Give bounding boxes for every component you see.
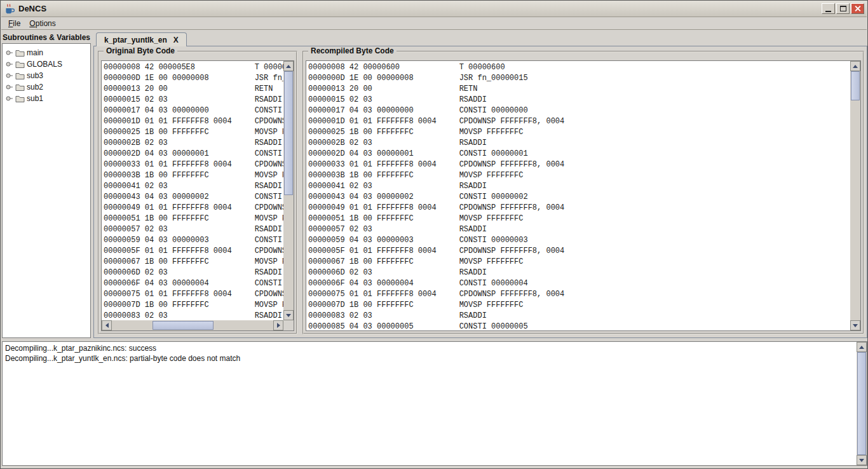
recompiled-panel-title: Recompiled Byte Code <box>308 46 397 55</box>
title-bar[interactable]: DeNCS <box>1 1 867 17</box>
menu-options[interactable]: Options <box>25 18 60 29</box>
original-vertical-scrollbar[interactable] <box>283 61 294 320</box>
recompiled-vertical-scrollbar[interactable] <box>850 61 860 330</box>
bytecode-line: 0000000D 1E 00 00000008 JSR fn_00000015 <box>104 73 283 84</box>
bytecode-line: 00000075 01 01 FFFFFFF8 0004 CPDOWNSP FF… <box>308 289 850 300</box>
recompiled-bytecode-panel: Recompiled Byte Code 00000008 42 0000060… <box>302 51 864 334</box>
folder-icon <box>15 72 25 79</box>
bytecode-line: 00000067 1B 00 FFFFFFFC MOVSP FFFFFFFC <box>308 257 850 268</box>
log-line: Decompiling...k_ptar_yuntlk_en.ncs: part… <box>5 354 857 364</box>
bytecode-line: 00000049 01 01 FFFFFFF8 0004 CPDOWNSP FF… <box>308 203 850 214</box>
bytecode-line: 00000041 02 03 RSADDI <box>308 181 850 192</box>
arrow-left-icon <box>105 323 109 328</box>
maximize-button[interactable] <box>836 3 850 14</box>
bytecode-line: 00000075 01 01 FFFFFFF8 0004 CPDOWNSP FF… <box>104 289 283 300</box>
bytecode-line: 0000000D 1E 00 00000008 JSR fn_00000015 <box>308 73 850 84</box>
bytecode-line: 0000002D 04 03 00000001 CONSTI 00000001 <box>104 149 283 160</box>
tab-close-icon[interactable]: X <box>173 36 179 44</box>
scroll-up-button[interactable] <box>283 61 294 71</box>
bytecode-line: 00000013 20 00 RETN <box>104 84 283 95</box>
bytecode-line: 00000008 42 000005E8 T 000005E8 <box>104 62 283 73</box>
sidebar-title: Subroutines & Variables <box>3 33 90 42</box>
scroll-down-button[interactable] <box>857 455 867 465</box>
bytecode-line: 0000005F 01 01 FFFFFFF8 0004 CPDOWNSP FF… <box>104 246 283 257</box>
bytecode-line: 0000002D 04 03 00000001 CONSTI 00000001 <box>308 149 850 160</box>
vertical-scroll-thumb[interactable] <box>284 71 293 195</box>
scroll-up-button[interactable] <box>857 342 867 352</box>
window-title: DeNCS <box>18 4 46 13</box>
bytecode-line: 00000033 01 01 FFFFFFF8 0004 CPDOWNSP FF… <box>104 160 283 170</box>
arrow-up-icon <box>859 346 864 349</box>
original-bytecode-list[interactable]: 00000008 42 000005E8 T 000005E80000000D … <box>102 61 283 320</box>
original-horizontal-scrollbar[interactable] <box>102 320 283 330</box>
bytecode-line: 00000025 1B 00 FFFFFFFC MOVSP FFFFFFFC <box>104 127 283 138</box>
arrow-up-icon <box>286 65 291 68</box>
tree-item-main[interactable]: main <box>3 47 90 58</box>
tab-k-ptar-yuntlk-en[interactable]: k_ptar_yuntlk_en X <box>96 32 187 46</box>
tree-item-sub3[interactable]: sub3 <box>3 70 90 81</box>
bytecode-line: 00000008 42 00000600 T 00000600 <box>308 62 850 73</box>
tree-item-label: GLOBALS <box>27 60 62 69</box>
bytecode-line: 0000006D 02 03 RSADDI <box>308 268 850 278</box>
tree-item-sub1[interactable]: sub1 <box>3 93 90 104</box>
menu-file[interactable]: File <box>4 18 25 29</box>
original-bytecode-panel: Original Byte Code 00000008 42 000005E8 … <box>98 51 297 334</box>
tree-toggle-icon[interactable] <box>6 84 13 90</box>
recompiled-bytecode-list[interactable]: 00000008 42 00000600 T 000006000000000D … <box>306 61 850 330</box>
bytecode-line: 0000006F 04 03 00000004 CONSTI 00000004 <box>308 278 850 289</box>
bytecode-line: 0000005F 01 01 FFFFFFF8 0004 CPDOWNSP FF… <box>308 246 850 257</box>
bytecode-line: 00000051 1B 00 FFFFFFFC MOVSP FFFFFFFC <box>308 214 850 224</box>
folder-icon <box>15 60 25 68</box>
bytecode-line: 00000059 04 03 00000003 CONSTI 00000003 <box>104 235 283 246</box>
bytecode-line: 0000007D 1B 00 FFFFFFFC MOVSP FFFFFFFC <box>104 300 283 311</box>
bytecode-line: 0000007D 1B 00 FFFFFFFC MOVSP FFFFFFFC <box>308 300 850 311</box>
bytecode-line: 0000002B 02 03 RSADDI <box>308 138 850 149</box>
scroll-up-button[interactable] <box>850 61 860 71</box>
bytecode-line: 00000043 04 03 00000002 CONSTI 00000002 <box>308 192 850 203</box>
bytecode-line: 00000017 04 03 00000000 CONSTI 00000000 <box>104 105 283 116</box>
scroll-down-button[interactable] <box>283 310 294 320</box>
log-output-panel: Decompiling...k_ptar_paznikinc.ncs: succ… <box>2 341 867 466</box>
folder-icon <box>15 83 25 91</box>
tree-toggle-icon[interactable] <box>6 95 13 102</box>
tree-item-sub2[interactable]: sub2 <box>3 81 90 93</box>
tree-toggle-icon[interactable] <box>6 50 13 56</box>
tree-item-globals[interactable]: GLOBALS <box>3 58 90 70</box>
bytecode-line: 0000001D 01 01 FFFFFFF8 0004 CPDOWNSP FF… <box>104 116 283 127</box>
arrow-right-icon <box>277 323 280 328</box>
tree-item-label: sub2 <box>27 83 43 92</box>
log-output-list[interactable]: Decompiling...k_ptar_paznikinc.ncs: succ… <box>3 342 857 465</box>
tab-label: k_ptar_yuntlk_en <box>104 36 167 44</box>
vertical-scroll-thumb[interactable] <box>851 71 860 100</box>
minimize-button[interactable] <box>822 3 835 14</box>
window-controls <box>822 3 864 14</box>
vertical-scroll-thumb[interactable] <box>857 352 866 455</box>
log-line: Decompiling...k_ptar_paznikinc.ncs: succ… <box>5 344 857 354</box>
app-window: DeNCS File Options Subroutines & Variabl… <box>0 0 868 469</box>
scrollbar-corner <box>283 320 294 330</box>
bytecode-line: 0000006D 02 03 RSADDI <box>104 268 283 278</box>
bytecode-line: 00000051 1B 00 FFFFFFFC MOVSP FFFFFFFC <box>104 214 283 224</box>
subroutine-tree: main GLOBALS sub3 sub2 sub1 <box>2 43 91 338</box>
scroll-left-button[interactable] <box>102 320 112 330</box>
horizontal-scroll-thumb[interactable] <box>153 321 214 330</box>
scroll-down-button[interactable] <box>850 320 860 330</box>
bytecode-line: 0000001D 01 01 FFFFFFF8 0004 CPDOWNSP FF… <box>308 116 850 127</box>
close-button[interactable] <box>851 3 864 14</box>
bytecode-line: 0000002B 02 03 RSADDI <box>104 138 283 149</box>
scroll-right-button[interactable] <box>273 320 283 330</box>
arrow-down-icon <box>853 324 858 327</box>
bytecode-line: 00000067 1B 00 FFFFFFFC MOVSP FFFFFFFC <box>104 257 283 268</box>
tab-content-pane: Original Byte Code 00000008 42 000005E8 … <box>93 46 867 338</box>
maximize-icon <box>840 6 846 11</box>
bytecode-line: 0000006F 04 03 00000004 CONSTI 00000004 <box>104 278 283 289</box>
tree-toggle-icon[interactable] <box>6 61 13 67</box>
log-vertical-scrollbar[interactable] <box>857 342 867 465</box>
bytecode-line: 00000041 02 03 RSADDI <box>104 181 283 192</box>
tree-item-label: main <box>27 48 43 57</box>
folder-icon <box>15 49 25 57</box>
close-icon <box>855 6 860 11</box>
bytecode-line: 00000025 1B 00 FFFFFFFC MOVSP FFFFFFFC <box>308 127 850 138</box>
tree-toggle-icon[interactable] <box>6 72 13 79</box>
bytecode-line: 00000083 02 03 RSADDI <box>308 311 850 322</box>
